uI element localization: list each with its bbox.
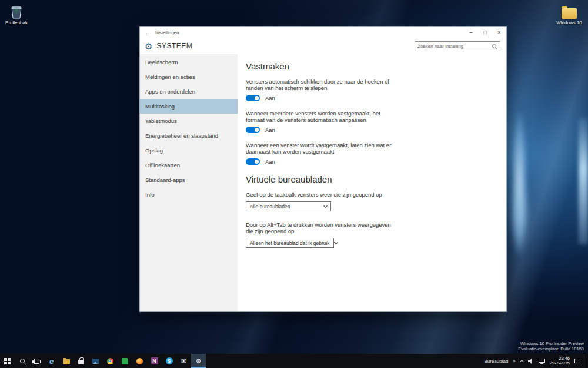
settings-search-box: [415, 41, 500, 51]
taskbar-app-onenote[interactable]: N: [147, 354, 162, 368]
setting-row: Aan: [246, 158, 495, 165]
snap-assist-toggle[interactable]: [246, 158, 260, 165]
firefox-icon: [136, 358, 143, 364]
dropdown-label: Door op Alt+Tab te drukken worden venste…: [246, 221, 397, 234]
toolbar-overflow-icon[interactable]: »: [513, 359, 515, 364]
settings-sidebar: Beeldscherm Meldingen en acties Apps en …: [140, 54, 238, 311]
setting-description: Wanneer meerdere vensters worden vastgem…: [246, 110, 397, 123]
taskbar-app-edge[interactable]: e: [44, 354, 59, 368]
network-icon[interactable]: [539, 359, 545, 364]
wallpaper-glow: [508, 177, 532, 253]
setting-description: Vensters automatisch schikken door ze na…: [246, 78, 397, 91]
task-view-icon: [34, 359, 39, 364]
chevron-down-icon: [323, 203, 328, 207]
windows-logo-icon: [4, 358, 11, 364]
taskbar-app-firefox[interactable]: [132, 354, 147, 368]
watermark-line: Windows 10 Pro Insider Preview: [518, 341, 584, 346]
insider-watermark: Windows 10 Pro Insider Preview Evaluatie…: [518, 341, 584, 352]
toggle-state-label: Aan: [265, 95, 275, 101]
taskbar-app-settings[interactable]: ⚙: [191, 354, 206, 368]
alt-tab-dropdown[interactable]: Alleen het bureaublad dat ik gebruik: [246, 238, 334, 248]
toggle-knob: [255, 96, 259, 100]
dropdown-label: Geef op de taakbalk vensters weer die zi…: [246, 191, 397, 198]
taskbar-app-skype[interactable]: S: [162, 354, 176, 368]
taskbar-app-mail[interactable]: ✉: [176, 354, 191, 368]
sidebar-item-info[interactable]: Info: [140, 187, 238, 202]
sidebar-item-opslag[interactable]: Opslag: [140, 143, 238, 158]
file-explorer-icon: [63, 359, 70, 364]
sidebar-item-standaard-apps[interactable]: Standaard-apps: [140, 173, 238, 187]
window-title: Instellingen: [155, 30, 179, 35]
settings-window: ← Instellingen – □ × ⚙ SYSTEEM Beeldsche…: [139, 26, 507, 312]
hidden-icons-chevron[interactable]: [520, 359, 524, 363]
action-center-icon[interactable]: [574, 359, 579, 363]
settings-gear-icon: ⚙: [145, 42, 152, 51]
setting-row: Aan: [246, 95, 495, 101]
taskbar-app-green[interactable]: [118, 354, 132, 368]
toggle-state-label: Aan: [265, 158, 275, 165]
snap-windows-toggle[interactable]: [246, 95, 260, 101]
skype-icon: S: [166, 357, 173, 364]
taskbar-search-button[interactable]: [15, 354, 29, 368]
chevron-down-icon: [334, 240, 338, 244]
onenote-icon: N: [151, 357, 158, 364]
sidebar-item-tabletmodus[interactable]: Tabletmodus: [140, 114, 238, 128]
title-bar: ← Instellingen – □ ×: [140, 27, 506, 38]
chrome-icon: [107, 358, 113, 364]
taskbar-clock[interactable]: 23:46 29-7-2015: [550, 356, 570, 366]
setting-description: Wanneer een venster wordt vastgemaakt, l…: [246, 142, 397, 155]
sidebar-item-offlinekaarten[interactable]: Offlinekaarten: [140, 158, 238, 173]
desktop-icon-label: Windows 10: [553, 20, 586, 25]
system-tray: Bureaublad » 23:46 29-7-2015: [484, 354, 588, 368]
sidebar-item-beeldscherm[interactable]: Beeldscherm: [140, 55, 238, 69]
photos-icon: [92, 359, 99, 364]
taskbar-app-chrome[interactable]: [103, 354, 118, 368]
wallpaper-glow: [579, 118, 588, 244]
taskbar-windows-dropdown[interactable]: Alle bureaubladen: [246, 201, 331, 211]
back-button[interactable]: ←: [140, 29, 155, 36]
volume-icon[interactable]: [528, 359, 534, 364]
clock-date: 29-7-2015: [550, 361, 570, 366]
taskbar-app-file-explorer[interactable]: [59, 354, 74, 368]
close-button[interactable]: ×: [492, 27, 506, 38]
toggle-state-label: Aan: [265, 127, 275, 133]
desktop-toolbar-label[interactable]: Bureaublad: [484, 359, 508, 364]
sidebar-item-energiebeheer[interactable]: Energiebeheer en slaapstand: [140, 128, 238, 143]
taskbar-left: e N S ✉ ⚙: [0, 354, 206, 368]
watermark-line: Evaluatie-exemplaar. Build 10159: [518, 346, 584, 352]
taskbar: e N S ✉ ⚙ Bureaubl: [0, 354, 588, 368]
setting-row: Aan: [246, 127, 495, 133]
search-icon: [492, 44, 496, 48]
green-app-icon: [122, 358, 128, 364]
page-title: SYSTEEM: [156, 42, 192, 50]
show-desktop-button[interactable]: [584, 354, 586, 368]
desktop-icon-label: Prullenbak: [0, 20, 33, 25]
search-icon: [20, 359, 25, 363]
sidebar-item-meldingen-en-acties[interactable]: Meldingen en acties: [140, 69, 238, 84]
settings-header: ⚙ SYSTEEM: [140, 38, 506, 54]
minimize-button[interactable]: –: [464, 27, 478, 38]
taskbar-app-store[interactable]: [74, 354, 88, 368]
snap-resize-toggle[interactable]: [246, 127, 260, 133]
recycle-bin-icon: [0, 4, 33, 19]
dropdown-value: Alle bureaubladen: [250, 204, 290, 210]
section-title-virtuele-bureaubladen: Virtuele bureaubladen: [246, 174, 495, 184]
sidebar-item-apps-en-onderdelen[interactable]: Apps en onderdelen: [140, 84, 238, 99]
store-icon: [78, 360, 84, 364]
toggle-knob: [255, 160, 259, 164]
window-controls: – □ ×: [464, 27, 506, 38]
start-button[interactable]: [0, 354, 15, 368]
taskbar-app-photos[interactable]: [88, 354, 103, 368]
folder-icon: [553, 4, 586, 19]
task-view-button[interactable]: [29, 354, 44, 368]
toggle-knob: [255, 128, 259, 132]
dropdown-value: Alleen het bureaublad dat ik gebruik: [250, 240, 330, 246]
edge-icon: e: [49, 357, 54, 365]
desktop-icon-windows-10[interactable]: Windows 10: [553, 4, 586, 25]
sidebar-item-multitasking[interactable]: Multitasking: [140, 99, 238, 114]
settings-body: Beeldscherm Meldingen en acties Apps en …: [140, 54, 506, 311]
search-input[interactable]: [417, 44, 492, 49]
wallpaper-glow: [512, 112, 527, 256]
desktop-icon-recycle-bin[interactable]: Prullenbak: [0, 4, 33, 25]
maximize-button[interactable]: □: [478, 27, 492, 38]
